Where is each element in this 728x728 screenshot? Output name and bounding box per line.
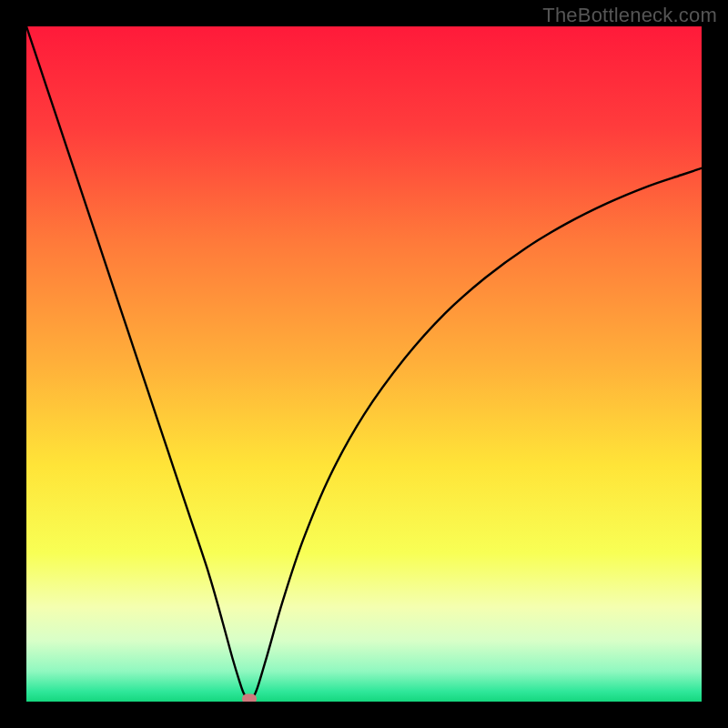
bottleneck-curve bbox=[26, 26, 702, 700]
chart-container: TheBottleneck.com bbox=[0, 0, 728, 728]
minimum-marker bbox=[242, 694, 257, 703]
plot-area bbox=[26, 26, 702, 702]
attribution-text: TheBottleneck.com bbox=[542, 4, 717, 27]
curve-layer bbox=[26, 26, 702, 702]
